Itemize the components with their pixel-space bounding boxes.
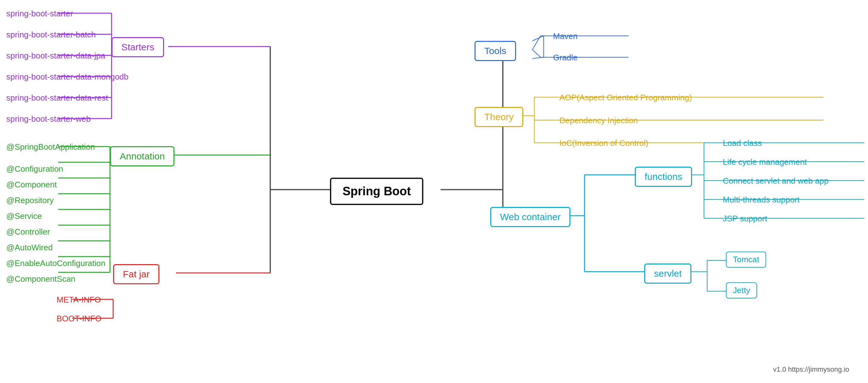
- fatjar-item-0: META-INFO: [57, 295, 101, 305]
- func-item-3: Multi-threads support: [723, 195, 800, 205]
- theory-item-2: IoC(Inversion of Control): [559, 138, 648, 148]
- annotation-item-4: @Service: [6, 211, 42, 221]
- annotation-item-8: @ComponentScan: [6, 274, 75, 284]
- fatjar-item-1: BOOT-INFO: [57, 314, 101, 324]
- servlet-box: servlet: [644, 264, 691, 284]
- starter-item-4: spring-boot-starter-data-rest: [6, 93, 108, 103]
- annotation-box: Annotation: [110, 146, 175, 166]
- servlet-item-0: Tomcat: [726, 252, 766, 268]
- func-item-0: Load class: [723, 138, 762, 148]
- annotation-item-2: @Component: [6, 180, 57, 189]
- annotation-item-7: @EnableAutoConfiguration: [6, 259, 105, 268]
- starter-item-3: spring-boot-starter-data-mongodb: [6, 72, 128, 82]
- annotation-item-0: @SpringBootApplication: [6, 142, 95, 152]
- webcontainer-box: Web container: [490, 207, 570, 227]
- starter-item-1: spring-boot-starter-batch: [6, 30, 96, 40]
- annotation-item-5: @Controller: [6, 227, 50, 237]
- starters-box: Starters: [112, 37, 164, 57]
- fatjar-box: Fat jar: [113, 264, 159, 284]
- starter-item-0: spring-boot-starter: [6, 9, 73, 19]
- servlet-item-1: Jetty: [726, 283, 757, 298]
- center-node: Spring Boot: [330, 178, 423, 205]
- func-item-4: JSP support: [723, 214, 767, 224]
- annotation-item-6: @AutoWired: [6, 243, 53, 253]
- tools-item-1: Gradle: [553, 53, 578, 63]
- annotation-item-3: @Repository: [6, 196, 54, 205]
- theory-box: Theory: [474, 107, 523, 127]
- version-label: v1.0 https://jimmysong.io: [773, 365, 849, 374]
- starter-item-5: spring-boot-starter-web: [6, 114, 91, 124]
- func-item-1: Life cycle management: [723, 157, 807, 167]
- tools-box: Tools: [474, 41, 516, 61]
- func-item-2: Connect servlet and web app: [723, 176, 829, 186]
- theory-item-1: Dependency Injection: [559, 116, 638, 125]
- theory-item-0: AOP(Aspect Oriented Programming): [559, 93, 692, 102]
- starter-item-2: spring-boot-starter-data-jpa: [6, 51, 105, 61]
- annotation-item-1: @Configuration: [6, 164, 63, 174]
- tools-item-0: Maven: [553, 31, 578, 41]
- functions-box: functions: [635, 167, 692, 187]
